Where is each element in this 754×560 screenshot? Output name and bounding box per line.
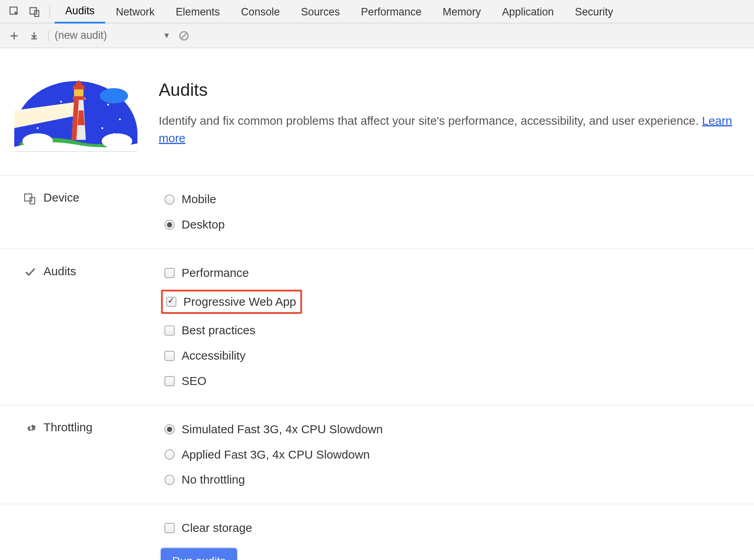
clear-storage-option[interactable]: Clear storage xyxy=(161,520,740,537)
toolbar-separator xyxy=(48,30,49,41)
tab-elements[interactable]: Elements xyxy=(165,0,230,23)
audit-option-label: Accessibility xyxy=(182,349,246,362)
audit-option-seo[interactable]: SEO xyxy=(161,373,740,390)
throttling-option-label: Simulated Fast 3G, 4x CPU Slowdown xyxy=(182,423,383,436)
tab-network[interactable]: Network xyxy=(105,0,165,23)
tab-performance[interactable]: Performance xyxy=(350,0,432,23)
svg-point-10 xyxy=(101,127,103,129)
tab-console[interactable]: Console xyxy=(230,0,290,23)
footer-section: Clear storage Run audits xyxy=(0,504,754,560)
throttling-option-2[interactable]: No throttling xyxy=(161,471,740,488)
audit-option-progressive-web-app[interactable]: Progressive Web App xyxy=(161,290,302,314)
audit-selector-label: (new audit) xyxy=(55,29,107,42)
throttling-label: Throttling xyxy=(44,421,93,434)
audit-option-accessibility[interactable]: Accessibility xyxy=(161,347,740,364)
device-icon xyxy=(23,192,36,205)
clear-storage-label: Clear storage xyxy=(182,521,252,535)
tab-security[interactable]: Security xyxy=(564,0,624,23)
clear-icon[interactable] xyxy=(176,27,192,44)
audits-section: Audits PerformanceProgressive Web AppBes… xyxy=(0,249,754,406)
svg-marker-20 xyxy=(78,110,85,125)
svg-point-5 xyxy=(42,110,44,112)
svg-point-21 xyxy=(22,133,53,149)
devtools-tabbar: AuditsNetworkElementsConsoleSourcesPerfo… xyxy=(0,0,754,23)
svg-rect-15 xyxy=(73,86,85,90)
svg-point-7 xyxy=(107,104,109,106)
device-section: Device MobileDesktop xyxy=(0,176,754,250)
audit-checkbox[interactable] xyxy=(165,326,175,335)
audits-header: Audits Identify and fix common problems … xyxy=(0,48,754,176)
audit-option-label: Best practices xyxy=(182,324,255,337)
page-description: Identify and fix common problems that af… xyxy=(159,112,740,147)
tab-audits[interactable]: Audits xyxy=(55,0,105,23)
inspect-element-icon[interactable] xyxy=(5,0,25,23)
throttling-radio[interactable] xyxy=(165,475,175,485)
svg-rect-17 xyxy=(73,96,85,100)
tab-sources[interactable]: Sources xyxy=(290,0,350,23)
toolbar-separator xyxy=(50,5,50,18)
audit-checkbox[interactable] xyxy=(165,376,175,386)
audit-option-performance[interactable]: Performance xyxy=(161,265,740,282)
svg-point-9 xyxy=(37,127,39,129)
audit-checkbox[interactable] xyxy=(165,351,175,361)
gear-icon xyxy=(23,422,36,435)
chevron-down-icon: ▼ xyxy=(163,31,170,40)
clear-storage-checkbox[interactable] xyxy=(165,523,175,533)
tab-application[interactable]: Application xyxy=(491,0,564,23)
audit-option-label: SEO xyxy=(182,374,207,388)
audit-checkbox[interactable] xyxy=(165,268,175,278)
audit-checkbox[interactable] xyxy=(166,297,176,307)
throttling-section: Throttling Simulated Fast 3G, 4x CPU Slo… xyxy=(0,406,754,504)
new-audit-icon[interactable] xyxy=(6,27,23,44)
audit-option-label: Performance xyxy=(182,266,249,280)
svg-point-6 xyxy=(60,101,62,103)
device-label: Device xyxy=(44,191,80,204)
lighthouse-logo-icon xyxy=(14,69,138,152)
check-icon xyxy=(23,266,36,279)
audits-label: Audits xyxy=(44,265,76,278)
device-radio[interactable] xyxy=(165,220,175,230)
page-title: Audits xyxy=(159,80,740,100)
device-toolbar-icon[interactable] xyxy=(25,0,44,23)
audits-sub-toolbar: (new audit) ▼ xyxy=(0,23,754,48)
device-radio[interactable] xyxy=(165,194,175,204)
throttling-option-label: Applied Fast 3G, 4x CPU Slowdown xyxy=(182,448,370,461)
audit-option-label: Progressive Web App xyxy=(183,295,296,309)
device-option-desktop[interactable]: Desktop xyxy=(161,216,740,233)
device-option-mobile[interactable]: Mobile xyxy=(161,191,740,208)
svg-rect-16 xyxy=(74,90,84,97)
throttling-radio[interactable] xyxy=(165,450,175,459)
tab-memory[interactable]: Memory xyxy=(432,0,491,23)
throttling-radio[interactable] xyxy=(165,424,175,434)
svg-point-8 xyxy=(119,118,121,120)
audit-selector-dropdown[interactable]: (new audit) ▼ xyxy=(55,29,172,42)
throttling-option-0[interactable]: Simulated Fast 3G, 4x CPU Slowdown xyxy=(161,421,740,438)
throttling-option-1[interactable]: Applied Fast 3G, 4x CPU Slowdown xyxy=(161,446,740,463)
run-audits-button[interactable]: Run audits xyxy=(161,549,237,560)
throttling-option-label: No throttling xyxy=(182,473,245,487)
download-icon[interactable] xyxy=(26,27,42,44)
device-option-label: Desktop xyxy=(182,218,225,232)
device-option-label: Mobile xyxy=(182,193,216,206)
audit-option-best-practices[interactable]: Best practices xyxy=(161,322,740,339)
svg-point-22 xyxy=(102,133,132,149)
